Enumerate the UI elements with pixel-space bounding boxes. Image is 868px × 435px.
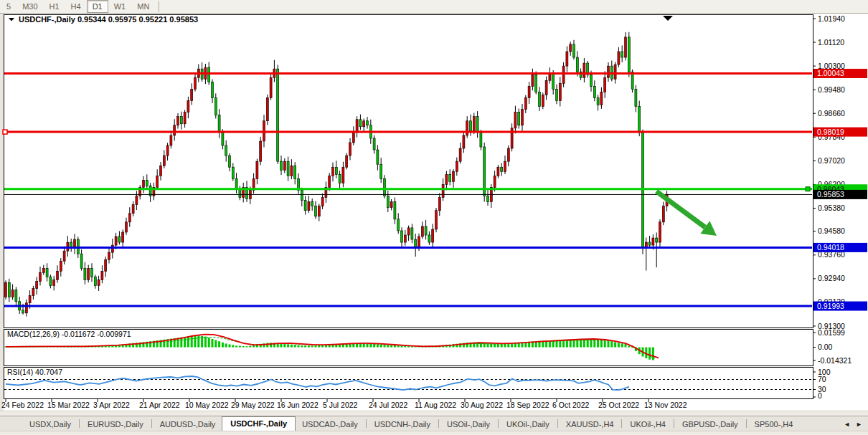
price-badge-0.91993-text: 0.91993 [817, 302, 844, 310]
rsi-axis-label: 70 [818, 375, 826, 383]
candle-body [570, 44, 572, 52]
candle-body [648, 242, 651, 245]
candle-body [421, 226, 423, 236]
macd-histogram-bar [222, 343, 224, 348]
tab-usdcad-daily[interactable]: USDCAD-,Daily [296, 418, 364, 431]
candle-body [487, 196, 489, 202]
candle-body [583, 63, 585, 77]
time-axis[interactable]: 24 Feb 202215 Mar 20223 Apr 202221 Apr 2… [1, 399, 687, 409]
tab-scroll-right-icon[interactable]: ► [856, 421, 862, 428]
candle-body [229, 156, 231, 167]
candle-body [22, 310, 24, 313]
tab-usoil-daily[interactable]: USOil-,Daily [440, 418, 496, 431]
candle-body [621, 52, 623, 57]
candle-body [132, 205, 134, 214]
tab-separator [621, 419, 622, 428]
macd-histogram-bar [191, 335, 193, 347]
macd-histogram-bar [628, 346, 630, 348]
candle-body [266, 97, 268, 120]
macd-histogram-bar [610, 342, 613, 348]
tab-scroll-left-icon[interactable]: ◄ [844, 421, 850, 428]
candle-body [49, 277, 52, 285]
macd-axis-label: 0.01599 [818, 328, 845, 337]
macd-histogram-bar [404, 346, 406, 348]
price-badge-0.91993: 0.91993 [813, 302, 867, 311]
timeframe-button-d1[interactable]: D1 [87, 0, 108, 13]
candle-body [532, 75, 534, 86]
tab-sp500-h4[interactable]: SP500-,H4 [748, 418, 800, 431]
price-badge-0.94018: 0.94018 [813, 243, 867, 252]
tab-audusd-daily[interactable]: AUDUSD-,Daily [154, 418, 222, 431]
tab-usdchf-daily[interactable]: USDCHF-,Daily [222, 416, 296, 431]
candle-body [156, 176, 159, 187]
macd-axis-label: 0.00 [818, 343, 833, 351]
candle-body [308, 202, 310, 211]
timeframe-button-w1[interactable]: W1 [108, 0, 132, 13]
price-badge-0.94018-text: 0.94018 [817, 243, 844, 252]
timeframe-button-m30[interactable]: M30 [16, 0, 43, 13]
candle-body [42, 268, 44, 272]
tab-separator [151, 419, 152, 428]
tab-ukoil-h4[interactable]: UKOil-,H4 [623, 418, 672, 431]
macd-label: MACD(12,26,9) -0.011672 -0.009971 [7, 330, 131, 338]
tab-separator [79, 419, 80, 428]
candle-body [377, 150, 379, 164]
timeframe-button-mn[interactable]: MN [131, 0, 155, 13]
tab-usdx-daily[interactable]: USDX,Daily [23, 418, 77, 431]
hline-handle-right[interactable] [806, 187, 810, 191]
candle-body [146, 180, 148, 186]
scroll-strip [0, 411, 868, 416]
macd-histogram-bar [390, 345, 392, 348]
candle-body [625, 37, 627, 57]
candle-body [126, 222, 128, 232]
tab-gbpusd-daily[interactable]: GBPUSD-,Daily [676, 418, 745, 431]
macd-histogram-bar [631, 348, 633, 348]
candle-body [556, 89, 558, 100]
candle-body [628, 37, 630, 72]
timeframe-toolbar: 5M30H1H4D1W1MN [0, 0, 868, 14]
candle-body [528, 86, 530, 97]
tab-usdcnh-daily[interactable]: USDCNH-,Daily [368, 418, 437, 431]
candle-body [208, 67, 210, 82]
price-badge-1.00043: 1.00043 [813, 69, 867, 78]
chart-area[interactable]: 1.019401.011201.003000.994800.986600.978… [0, 14, 868, 411]
tab-ukoil-daily[interactable]: UKOil-,Daily [500, 418, 556, 431]
candle-body [445, 174, 448, 184]
candle-body [473, 117, 475, 131]
time-axis-label: 3 Apr 2022 [93, 401, 130, 409]
tab-eurusd-daily[interactable]: EURUSD-,Daily [81, 418, 150, 431]
tab-xauusd-h4[interactable]: XAUUSD-,H4 [560, 418, 621, 431]
hline-handle-left[interactable] [3, 130, 7, 134]
tab-separator [557, 419, 558, 428]
rsi-axis-label: 0 [818, 391, 822, 400]
macd-histogram-bar [394, 345, 396, 348]
price-axis-label: 0.95380 [818, 204, 845, 212]
timeframe-button-h1[interactable]: H1 [44, 0, 65, 13]
candle-body [459, 148, 461, 161]
candle-body [356, 120, 358, 133]
timeframe-button-5[interactable]: 5 [1, 0, 16, 13]
candle-body [662, 206, 664, 222]
candle-body [94, 277, 96, 285]
time-axis-label: 25 Oct 2022 [598, 401, 639, 409]
candle-body [214, 97, 217, 115]
chart-title: USDCHF-,Daily 0.95344 0.95975 0.95221 0.… [9, 15, 198, 24]
candle-body [604, 77, 606, 92]
price-axis-label: 1.01940 [818, 14, 845, 23]
price-axis-label: 0.98660 [818, 109, 845, 118]
candle-body [404, 235, 406, 242]
timeframe-button-h4[interactable]: H4 [65, 0, 87, 13]
candle-body [115, 236, 117, 245]
tab-scroll-arrows: ◄► [838, 421, 868, 431]
price-axis-label: 0.97020 [818, 156, 845, 165]
macd-histogram-bar [401, 346, 403, 348]
candle-body [476, 117, 478, 133]
macd-histogram-bar [311, 345, 313, 347]
price-badge-0.98019: 0.98019 [813, 128, 867, 137]
candle-body [11, 290, 14, 297]
candle-body [105, 259, 107, 271]
candle-body [60, 261, 62, 271]
candle-body [177, 117, 179, 125]
candle-body [128, 214, 131, 222]
candle-body [415, 239, 417, 247]
